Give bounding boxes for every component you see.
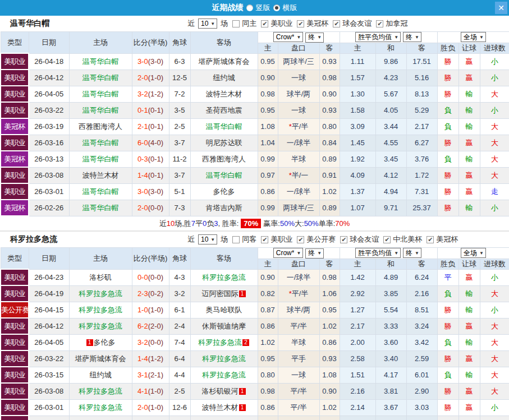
results-table: 类型日期主场比分(半场)角球客场Crow*▼终▼胜平负均值▼终▼全场▼主盘口客主…: [0, 247, 509, 420]
summary-segment: 70%: [335, 219, 350, 228]
avg-away-odds: 7.65: [406, 416, 437, 420]
odds-source-select[interactable]: Crow*▼: [273, 248, 304, 258]
handicap-line-text: 球半/两: [287, 306, 311, 314]
match-date: 26-03-01: [29, 183, 69, 200]
summary-segment: 赢率:: [263, 219, 280, 229]
handicap-line-text: 一/球半: [287, 139, 311, 147]
avg-type-select[interactable]: 胜平负均值▼: [355, 32, 401, 42]
odds-source-select[interactable]: Crow*▼: [273, 32, 304, 42]
away-team: 科罗拉多急流: [202, 371, 246, 379]
column-subheader: 盘口: [278, 43, 319, 53]
handicap-line: *平/半: [278, 118, 319, 135]
red-card-badge: 1: [239, 404, 246, 411]
away-team-cell: 科罗拉多急流2: [190, 334, 258, 350]
handicap-line-text: 两球半/三: [283, 57, 314, 66]
home-team-cell: 1多伦多: [69, 334, 132, 350]
odds-final-select[interactable]: 终▼: [305, 33, 324, 43]
handicap-home-odds: 1.02: [258, 334, 278, 350]
table-row: 美职业26-04-12科罗拉多急流6-2(2-0)2-4休斯顿迪纳摩0.86平/…: [1, 318, 509, 334]
league-checkbox-1[interactable]: ✔: [297, 236, 304, 243]
away-team: 西雅图海湾人: [202, 155, 246, 163]
league-checkbox-2[interactable]: ✔: [340, 236, 347, 243]
same-venue-checkbox[interactable]: [232, 20, 240, 27]
chevron-down-icon: ▼: [210, 21, 215, 26]
table-row: 美职业26-04-18温哥华白帽3-0(3-0)6-3堪萨斯城体育会0.95两球…: [1, 53, 509, 70]
handicap-home-odds: 0.98: [258, 383, 278, 399]
result-goals: 大: [480, 285, 509, 302]
avg-home-odds: 4.09: [340, 167, 375, 183]
league-type-badge: 美冠杯: [1, 151, 29, 167]
handicap-line-text: 半球: [291, 338, 306, 347]
league-checkbox-3[interactable]: ✔: [383, 236, 391, 243]
result-outcome: 負: [437, 285, 458, 302]
handicap-line: 一球: [278, 102, 319, 118]
away-team-cell: 明尼苏达联: [190, 135, 258, 151]
away-team-cell: 奥马哈联队: [190, 302, 258, 318]
table-row: 美冠杯26-03-13温哥华白帽0-3(0-1)11-2西雅图海湾人0.99半球…: [1, 151, 509, 167]
handicap-line-text: 平/半: [290, 322, 307, 330]
avg-final-select[interactable]: 终▼: [403, 32, 421, 42]
handicap-away-odds: 0.89: [319, 200, 340, 216]
avg-away-odds: 5.16: [406, 70, 437, 86]
league-checkbox-0[interactable]: ✔: [261, 236, 268, 243]
avg-final-select[interactable]: 终▼: [403, 248, 421, 258]
league-checkbox-2[interactable]: ✔: [333, 20, 340, 27]
score-cell: 3-0(3-0): [132, 53, 169, 70]
league-type-badge: 美职业: [1, 167, 29, 183]
handicap-away-odds: 0.91: [319, 167, 340, 183]
column-header: 日期: [29, 248, 69, 270]
red-card-badge: 1: [239, 290, 246, 297]
fulltime-score: 3-1: [137, 371, 148, 379]
recent-count-select[interactable]: 10▼: [198, 19, 217, 29]
handicap-line: 一球: [278, 70, 319, 86]
result-handicap: 輸: [458, 200, 480, 216]
handicap-line-text: 一/球半: [287, 273, 311, 281]
scope-select[interactable]: 全场▼: [461, 248, 486, 258]
result-handicap: 贏: [458, 70, 480, 86]
avg-home-odds: 2.16: [340, 383, 375, 399]
team-name: 科罗拉多急流: [10, 234, 57, 244]
score-cell: 2-0(1-0): [132, 399, 169, 416]
results-table-container: 类型日期主场比分(半场)角球客场Crow*▼终▼胜平负均值▼终▼全场▼主盘口客主…: [0, 31, 509, 216]
result-handicap: 輸: [458, 416, 480, 420]
handicap-line-text: 一球: [291, 73, 306, 82]
away-team-cell: 西雅图海湾人: [190, 151, 258, 167]
avg-type-select[interactable]: 胜平负均值▼: [355, 248, 401, 258]
vertical-layout-radio[interactable]: [246, 4, 253, 11]
handicap-home-odds: 0.95: [258, 102, 278, 118]
handicap-line: 平/半: [278, 383, 319, 399]
away-team-cell: 迈阿密国际1: [190, 285, 258, 302]
scope-select[interactable]: 全场▼: [461, 32, 486, 42]
league-checkbox-1[interactable]: ✔: [297, 20, 304, 27]
result-outcome: 勝: [437, 383, 458, 399]
handicap-line: 球半: [278, 416, 319, 420]
away-team: 圣荷西地震: [206, 106, 242, 114]
recent-count-select[interactable]: 10▼: [198, 234, 217, 244]
odds-final-select[interactable]: 终▼: [305, 248, 324, 259]
home-team: 西雅图海湾人: [79, 122, 122, 131]
away-team-cell: 科罗拉多急流: [190, 350, 258, 367]
home-team-cell: 温哥华白帽: [69, 86, 132, 102]
halftime-score: (1-2): [148, 90, 163, 98]
corners: 3-5: [169, 102, 190, 118]
league-checkbox-3[interactable]: ✔: [376, 20, 383, 27]
close-icon[interactable]: ✕: [495, 2, 507, 14]
handicap-line-text: 平手: [291, 354, 306, 363]
horizontal-layout-radio[interactable]: [273, 4, 280, 11]
avg-draw-odds: 4.55: [375, 135, 406, 151]
home-team: 温哥华白帽: [82, 106, 119, 114]
league-checkbox-0[interactable]: ✔: [261, 20, 268, 27]
away-team: 洛杉矶银河: [202, 387, 239, 395]
match-date: 26-03-15: [29, 367, 69, 383]
away-team-cell: 科罗拉多急流: [190, 367, 258, 383]
column-subheader: 主: [258, 43, 278, 53]
handicap-line: *半/一: [278, 167, 319, 183]
column-subheader: 和: [375, 259, 406, 269]
handicap-line: 平/半: [278, 318, 319, 334]
match-date: 26-04-15: [29, 302, 69, 318]
same-venue-checkbox[interactable]: [232, 236, 240, 243]
corners: 6-4: [169, 350, 190, 367]
handicap-home-odds: 0.86: [258, 399, 278, 416]
league-checkbox-4[interactable]: ✔: [427, 236, 434, 243]
result-outcome: 勝: [437, 53, 458, 70]
